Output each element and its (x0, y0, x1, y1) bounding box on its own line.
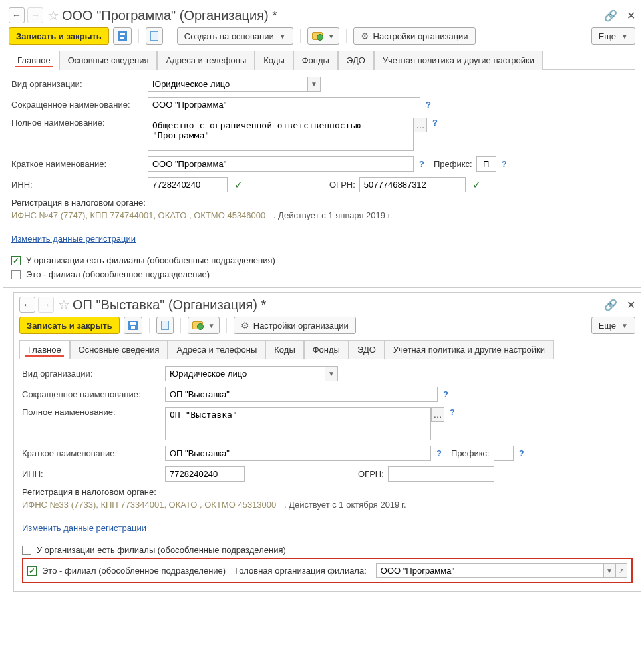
svg-rect-4 (130, 322, 136, 325)
tab-basic-info[interactable]: Основные сведения (70, 340, 168, 359)
tab-main[interactable]: Главное (19, 340, 70, 359)
change-reg-link[interactable]: Изменить данные регистрации (22, 523, 146, 533)
open-icon[interactable]: ↗ (615, 563, 627, 578)
tax-reg-label: Регистрация в налоговом органе: (11, 198, 633, 208)
close-icon[interactable]: ✕ (627, 9, 635, 22)
ogrn-label: ОГРН: (358, 469, 384, 479)
tab-accounting[interactable]: Учетная политика и другие настройки (374, 51, 543, 70)
document-icon (161, 321, 169, 330)
is-branch-checkbox[interactable] (11, 270, 21, 279)
has-branches-checkbox[interactable] (22, 546, 31, 555)
svg-rect-1 (120, 33, 125, 35)
expand-button[interactable]: … (414, 118, 427, 132)
save-button[interactable] (113, 27, 132, 45)
folder-button[interactable]: ▼ (307, 27, 339, 45)
tabs: Главное Основные сведения Адреса и телеф… (19, 339, 635, 359)
svg-rect-2 (120, 37, 124, 39)
inn-input[interactable] (165, 466, 245, 482)
expand-button[interactable]: … (431, 407, 444, 422)
short-name-input[interactable] (148, 97, 420, 112)
back-button[interactable]: ← (9, 7, 25, 23)
help-icon[interactable]: ? (426, 100, 431, 110)
doc-button[interactable] (156, 317, 174, 334)
forward-button[interactable]: → (38, 297, 54, 313)
short-name-label: Сокращенное наименование: (11, 100, 148, 110)
check-icon: ✓ (472, 178, 481, 191)
tab-codes[interactable]: Коды (265, 340, 303, 359)
tab-accounting[interactable]: Учетная политика и другие настройки (385, 340, 554, 359)
document-icon (150, 31, 158, 41)
tax-reg-info: ИФНС №47 (7747), КПП 774744001, ОКАТО , … (11, 210, 265, 220)
tab-addresses[interactable]: Адреса и телефоны (157, 51, 255, 70)
link-icon[interactable]: 🔗 (604, 299, 617, 311)
is-branch-checkbox[interactable] (27, 566, 37, 576)
tab-funds[interactable]: Фонды (293, 51, 338, 70)
link-icon[interactable]: 🔗 (604, 9, 617, 22)
tax-valid-info: . Действует с 1 января 2019 г. (273, 210, 393, 220)
ogrn-label: ОГРН: (329, 180, 355, 190)
save-close-button[interactable]: Записать и закрыть (9, 27, 109, 45)
org-window-1: ← → ☆ ООО "Программа" (Организация) * 🔗 … (3, 3, 641, 288)
ogrn-input[interactable] (359, 177, 466, 192)
gear-icon: ⚙ (241, 320, 249, 331)
brief-name-input[interactable] (165, 446, 431, 461)
back-button[interactable]: ← (19, 297, 35, 313)
ogrn-input[interactable] (388, 466, 494, 482)
more-button[interactable]: Еще▼ (591, 317, 635, 334)
tab-codes[interactable]: Коды (255, 51, 293, 70)
folder-button[interactable]: ▼ (188, 317, 220, 334)
tab-funds[interactable]: Фонды (304, 340, 349, 359)
dropdown-icon[interactable]: ▼ (603, 563, 615, 578)
inn-label: ИНН: (22, 469, 165, 479)
help-icon[interactable]: ? (432, 118, 438, 128)
tax-reg-info: ИФНС №33 (7733), КПП 773344001, ОКАТО , … (22, 500, 276, 510)
short-name-input[interactable] (165, 387, 438, 402)
help-icon[interactable]: ? (436, 448, 442, 458)
create-based-button[interactable]: Создать на основании▼ (177, 27, 293, 45)
dropdown-icon[interactable]: ▼ (325, 366, 338, 381)
help-icon[interactable]: ? (519, 448, 524, 458)
dropdown-icon[interactable]: ▼ (307, 77, 321, 92)
prefix-input[interactable] (476, 156, 496, 172)
window-title: ООО "Программа" (Организация) * (62, 8, 277, 23)
full-name-label: Полное наименование: (22, 407, 165, 417)
tab-addresses[interactable]: Адреса и телефоны (168, 340, 265, 359)
inn-input[interactable] (148, 177, 228, 192)
tab-main[interactable]: Главное (9, 51, 59, 70)
favorite-icon[interactable]: ☆ (58, 297, 70, 313)
doc-button[interactable] (146, 27, 163, 45)
org-type-label: Вид организации: (22, 369, 165, 379)
full-name-input[interactable] (148, 118, 414, 151)
tax-reg-label: Регистрация в налоговом органе: (22, 487, 633, 497)
help-icon[interactable]: ? (419, 159, 424, 169)
prefix-label: Префикс: (434, 159, 472, 169)
help-icon[interactable]: ? (450, 407, 455, 417)
org-type-select[interactable] (148, 77, 307, 92)
help-icon[interactable]: ? (443, 389, 448, 399)
gear-icon: ⚙ (361, 31, 369, 41)
favorite-icon[interactable]: ☆ (47, 7, 59, 23)
org-settings-button[interactable]: ⚙Настройки организации (234, 317, 356, 334)
help-icon[interactable]: ? (502, 159, 507, 169)
prefix-input[interactable] (494, 446, 514, 461)
full-name-label: Полное наименование: (11, 118, 148, 128)
save-close-button[interactable]: Записать и закрыть (19, 317, 120, 334)
inn-label: ИНН: (11, 180, 148, 190)
parent-org-label: Головная организация филиала: (235, 566, 367, 576)
tab-basic-info[interactable]: Основные сведения (59, 51, 158, 70)
tab-edo[interactable]: ЭДО (338, 51, 374, 70)
save-button[interactable] (124, 317, 142, 334)
full-name-input[interactable] (165, 407, 431, 440)
change-reg-link[interactable]: Изменить данные регистрации (11, 234, 136, 244)
forward-button[interactable]: → (27, 7, 43, 23)
org-settings-button[interactable]: ⚙Настройки организации (353, 27, 476, 45)
tab-edo[interactable]: ЭДО (349, 340, 385, 359)
more-button[interactable]: Еще▼ (591, 27, 635, 45)
has-branches-checkbox[interactable] (11, 256, 21, 265)
close-icon[interactable]: ✕ (627, 299, 635, 311)
parent-org-select[interactable] (376, 563, 603, 578)
brief-name-input[interactable] (148, 156, 414, 172)
is-branch-label: Это - филиал (обособленное подразделение… (26, 269, 210, 279)
has-branches-label: У организации есть филиалы (обособленные… (37, 545, 286, 555)
org-type-select[interactable] (165, 366, 325, 381)
